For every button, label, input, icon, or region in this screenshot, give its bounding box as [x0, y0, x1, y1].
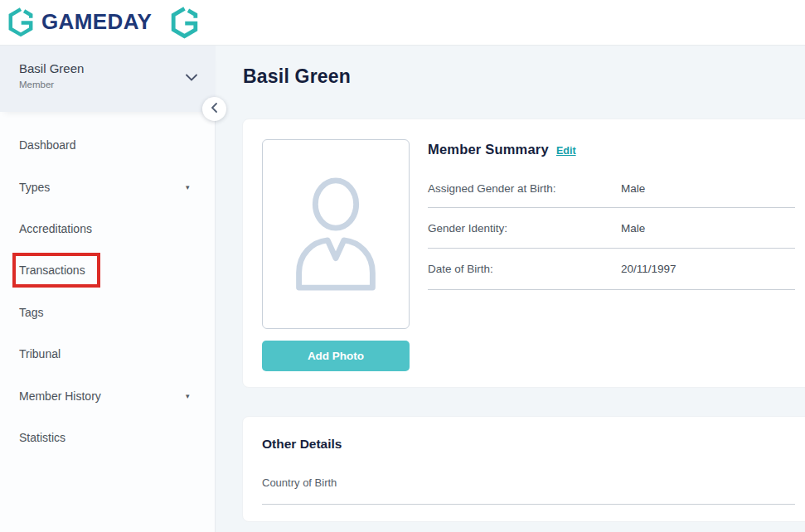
- top-bar: GAMEDAY: [0, 0, 805, 46]
- gameday-hexagon-g-icon: [7, 7, 35, 37]
- field-row-date-of-birth: Date of Birth: 20/11/1997: [428, 249, 795, 290]
- main-content: Basil Green Add Photo Member Summary Edi…: [216, 46, 805, 532]
- sidebar-nav: Dashboard Types ▾ Accreditations Transac…: [0, 124, 215, 458]
- add-photo-button[interactable]: Add Photo: [262, 341, 410, 371]
- sidebar-member-role: Member: [19, 80, 54, 89]
- member-summary-title: Member Summary: [428, 142, 549, 157]
- caret-down-icon: ▾: [186, 392, 190, 400]
- app-window: GAMEDAY Basil Green Member Dashboard: [0, 0, 805, 532]
- sidebar-item-types[interactable]: Types ▾: [0, 166, 215, 207]
- sidebar-item-accreditations[interactable]: Accreditations: [0, 208, 215, 249]
- edit-link[interactable]: Edit: [556, 145, 576, 157]
- photo-placeholder: [262, 139, 410, 329]
- sidebar: Basil Green Member Dashboard Types ▾ Acc…: [0, 46, 216, 532]
- field-row-assigned-gender: Assigned Gender at Birth: Male: [428, 169, 795, 208]
- sidebar-item-transactions[interactable]: Transactions: [0, 249, 215, 291]
- field-row-country-of-birth: Country of Birth: [262, 469, 795, 505]
- brand-wordmark: GAMEDAY: [41, 9, 152, 35]
- chevron-left-icon: [211, 103, 217, 115]
- sidebar-member-name: Basil Green: [19, 61, 84, 75]
- sidebar-item-dashboard[interactable]: Dashboard: [0, 124, 215, 166]
- caret-down-icon: ▾: [186, 183, 190, 191]
- other-details-card: Other Details Country of Birth: [242, 416, 805, 522]
- sidebar-collapse-button[interactable]: [202, 97, 226, 121]
- member-switcher[interactable]: Basil Green Member: [0, 46, 216, 112]
- highlight-box: Transactions: [12, 253, 100, 288]
- page-title: Basil Green: [243, 65, 351, 88]
- sidebar-item-member-history[interactable]: Member History ▾: [0, 375, 215, 416]
- sidebar-item-tags[interactable]: Tags: [0, 292, 215, 333]
- gameday-hexagon-g-icon-secondary[interactable]: [169, 6, 200, 42]
- person-silhouette-icon: [285, 172, 386, 297]
- member-summary-card: Add Photo Member Summary Edit Assigned G…: [242, 118, 805, 388]
- chevron-down-icon: [186, 70, 197, 85]
- sidebar-item-tribunal[interactable]: Tribunal: [0, 333, 215, 375]
- gameday-logo[interactable]: GAMEDAY: [7, 7, 152, 37]
- field-row-gender-identity: Gender Identity: Male: [428, 208, 795, 249]
- sidebar-item-statistics[interactable]: Statistics: [0, 417, 215, 458]
- other-details-title: Other Details: [262, 437, 342, 452]
